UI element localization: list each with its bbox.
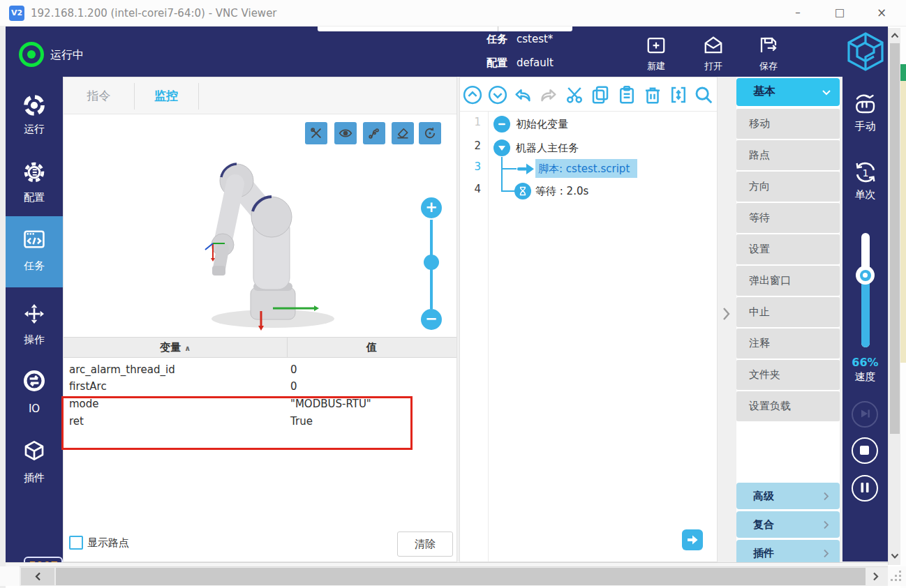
circle-down-icon bbox=[487, 84, 508, 105]
command-item-payload[interactable]: 设置负载 bbox=[736, 391, 840, 421]
variable-name: firstArc bbox=[69, 378, 107, 395]
speed-slider-fill bbox=[861, 276, 870, 347]
tree-node-main-task[interactable]: 机器人主任务 bbox=[516, 140, 579, 156]
group-basic-header[interactable]: 基本 bbox=[736, 78, 840, 106]
clear-button[interactable]: 清除 bbox=[397, 532, 453, 557]
pause-button[interactable] bbox=[852, 475, 878, 502]
tree-node-wait[interactable]: 等待 : 2.0s bbox=[535, 183, 588, 199]
command-item-folder[interactable]: 文件夹 bbox=[736, 360, 840, 390]
viewport-eraser-button[interactable] bbox=[392, 122, 414, 144]
sidebar-run-label: 运行 bbox=[6, 123, 63, 136]
sidebar-item-io[interactable]: IO bbox=[6, 366, 63, 421]
close-button[interactable]: × bbox=[864, 0, 899, 27]
zoom-out-button[interactable]: − bbox=[421, 309, 442, 330]
scroll-up-icon[interactable] bbox=[891, 32, 899, 39]
redo-button[interactable] bbox=[538, 84, 559, 105]
goto-current-line-button[interactable] bbox=[682, 529, 703, 550]
step-button[interactable] bbox=[852, 401, 878, 428]
sidebar-item-config[interactable]: 配置 bbox=[6, 157, 63, 211]
single-run-button[interactable]: 1 单次 bbox=[842, 158, 888, 213]
resize-grip-icon[interactable] bbox=[891, 571, 903, 583]
scroll-right-icon[interactable] bbox=[872, 572, 879, 581]
vertical-scrollbar-thumb[interactable] bbox=[890, 43, 900, 434]
triangle-down-icon bbox=[498, 144, 506, 151]
variable-value: 0 bbox=[290, 378, 297, 395]
chevron-right-icon bbox=[720, 306, 732, 322]
move-up-button[interactable] bbox=[462, 84, 483, 105]
undo-button[interactable] bbox=[512, 84, 533, 105]
sidebar-item-plugin[interactable]: 插件 bbox=[6, 437, 63, 491]
chevron-right-icon bbox=[823, 549, 829, 558]
command-item-set[interactable]: 设置 bbox=[736, 234, 840, 264]
speed-handle-ring bbox=[860, 270, 871, 281]
redo-icon bbox=[538, 84, 559, 105]
command-item-comment[interactable]: 注释 bbox=[736, 329, 840, 359]
chevron-right-icon bbox=[823, 520, 829, 529]
app-header: 运行中 任务 cstest* 配置 default 新建 打开 保存 bbox=[6, 27, 888, 77]
command-item-abort[interactable]: 中止 bbox=[736, 297, 840, 327]
manual-mode-button[interactable]: 手动 bbox=[842, 91, 888, 146]
tree-node-script[interactable]: 脚本: cstest.script bbox=[538, 160, 630, 177]
group-composite[interactable]: 复合 bbox=[736, 511, 840, 538]
stop-button[interactable] bbox=[852, 437, 878, 464]
column-variable[interactable]: 变量 ∧ bbox=[64, 338, 287, 359]
zoom-in-button[interactable]: + bbox=[421, 197, 442, 218]
save-task-button[interactable]: 保存 bbox=[748, 35, 789, 71]
paste-button[interactable] bbox=[616, 84, 637, 105]
speed-slider-handle[interactable] bbox=[856, 266, 875, 285]
run-target-icon bbox=[22, 93, 46, 117]
scroll-left-button[interactable] bbox=[21, 568, 54, 585]
tab-divider2 bbox=[198, 83, 199, 110]
delete-button[interactable] bbox=[642, 84, 663, 105]
gutter-line bbox=[488, 112, 489, 561]
sidebar-item-task[interactable]: 任务 bbox=[6, 225, 63, 279]
table-row[interactable]: firstArc 0 bbox=[64, 378, 456, 395]
stop-icon bbox=[860, 446, 869, 455]
group-plugin-label: 插件 bbox=[753, 547, 774, 559]
command-item-popup[interactable]: 弹出窗口 bbox=[736, 266, 840, 296]
copy-button[interactable] bbox=[590, 84, 611, 105]
command-item-waypoint[interactable]: 路点 bbox=[736, 140, 840, 170]
search-button[interactable] bbox=[693, 84, 714, 105]
variable-table-header: 变量 ∧ 值 bbox=[64, 337, 456, 358]
scroll-down-icon[interactable] bbox=[891, 552, 899, 559]
config-label: 配置 bbox=[487, 56, 507, 70]
tab-commands[interactable]: 指令 bbox=[64, 77, 134, 114]
column-value[interactable]: 值 bbox=[287, 338, 456, 358]
command-item-wait[interactable]: 等待 bbox=[736, 203, 840, 233]
table-row[interactable]: arc_alarm_thread_id 0 bbox=[64, 361, 456, 379]
move-down-button[interactable] bbox=[487, 84, 508, 105]
tree-line-number: 2 bbox=[460, 140, 481, 152]
open-task-button[interactable]: 打开 bbox=[692, 35, 734, 71]
command-panel: 基本 移动 路点 方向 等待 设置 弹出窗口 中止 注释 文件夹 设置负载 高级… bbox=[736, 77, 840, 562]
viewport-path-button[interactable] bbox=[363, 122, 385, 144]
vnc-toolbar-notch bbox=[318, 27, 572, 31]
panel-expander[interactable] bbox=[720, 306, 732, 322]
cut-button[interactable] bbox=[564, 84, 585, 105]
merge-collapse-button[interactable] bbox=[668, 84, 689, 105]
sidebar-item-run[interactable]: 运行 bbox=[6, 91, 63, 145]
zoom-slider-handle[interactable] bbox=[424, 255, 439, 270]
show-waypoints-checkbox[interactable] bbox=[69, 536, 83, 550]
new-task-button[interactable]: 新建 bbox=[635, 35, 677, 71]
new-file-icon bbox=[646, 35, 667, 56]
speed-label: 速度 bbox=[842, 370, 888, 384]
tree-node-init-variables[interactable]: 初始化变量 bbox=[516, 116, 568, 133]
command-item-move[interactable]: 移动 bbox=[736, 109, 840, 139]
viewport-reset-view-button[interactable] bbox=[419, 122, 441, 144]
horizontal-scrollbar-thumb[interactable] bbox=[56, 568, 866, 585]
tab-monitor[interactable]: 监控 bbox=[134, 77, 198, 114]
single-cycle-icon: 1 bbox=[852, 159, 879, 186]
gear-icon bbox=[22, 160, 47, 185]
svg-text:1: 1 bbox=[862, 167, 868, 179]
vertical-scrollbar[interactable] bbox=[888, 28, 900, 565]
speed-handle-core bbox=[863, 273, 868, 278]
sidebar-plugin-label: 插件 bbox=[6, 472, 63, 485]
command-item-direction[interactable]: 方向 bbox=[736, 172, 840, 202]
minus-icon bbox=[497, 119, 507, 129]
group-advanced[interactable]: 高级 bbox=[736, 483, 840, 509]
maximize-button[interactable]: □ bbox=[822, 0, 857, 27]
robot-3d-viewport[interactable]: + − bbox=[64, 115, 456, 336]
sidebar-item-operate[interactable]: 操作 bbox=[6, 301, 63, 356]
minimize-button[interactable]: – bbox=[780, 0, 815, 27]
